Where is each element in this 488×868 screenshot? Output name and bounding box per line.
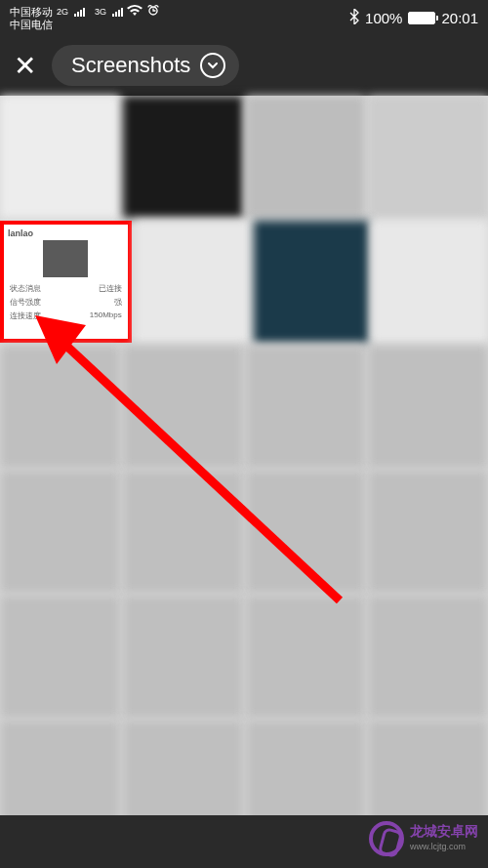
- gallery-thumb[interactable]: [246, 96, 366, 218]
- gallery-thumb[interactable]: [246, 346, 366, 468]
- status-bar: 中国移动 2G 3G 中国电信 100% 20:01: [0, 0, 488, 35]
- selected-info-row: 状态消息已连接: [10, 283, 122, 294]
- gallery-thumb[interactable]: [0, 346, 120, 468]
- network-2: 3G: [95, 6, 106, 18]
- gallery-thumb[interactable]: [372, 221, 488, 343]
- gallery-thumb[interactable]: [246, 471, 366, 593]
- gallery-row: lanlao 状态消息已连接 信号强度强 连接速度150Mbps: [0, 221, 488, 343]
- gallery-thumb[interactable]: [368, 596, 488, 718]
- bluetooth-icon: [349, 9, 359, 27]
- selected-info-row: 连接速度150Mbps: [10, 310, 122, 321]
- gallery-grid[interactable]: lanlao 状态消息已连接 信号强度强 连接速度150Mbps: [0, 96, 488, 821]
- signal-icon-1: [74, 8, 85, 17]
- wifi-icon: [127, 5, 142, 19]
- status-carriers: 中国移动 2G 3G 中国电信: [10, 5, 160, 30]
- network-1: 2G: [57, 6, 68, 18]
- gallery-thumb[interactable]: [368, 346, 488, 468]
- gallery-thumb[interactable]: [254, 221, 370, 343]
- watermark-url: www.lcjtg.com: [410, 839, 478, 854]
- gallery-row: [0, 471, 488, 593]
- selected-title: lanlao: [8, 228, 124, 238]
- carrier-2: 中国电信: [10, 19, 53, 30]
- gallery-thumb[interactable]: [135, 221, 251, 343]
- battery-percent: 100%: [365, 10, 402, 26]
- album-name: Screenshots: [71, 53, 190, 78]
- status-right: 100% 20:01: [349, 9, 478, 27]
- selected-preview: [43, 240, 88, 277]
- gallery-thumb[interactable]: [123, 96, 243, 218]
- gallery-row: [0, 96, 488, 218]
- carrier-1: 中国移动: [10, 6, 53, 18]
- gallery-thumb[interactable]: [123, 346, 243, 468]
- gallery-row: [0, 596, 488, 718]
- chevron-down-icon: [200, 53, 225, 78]
- gallery-thumb[interactable]: [368, 96, 488, 218]
- gallery-thumb[interactable]: [0, 596, 120, 718]
- signal-icon-2: [112, 8, 123, 17]
- watermark-logo-icon: [369, 821, 404, 856]
- gallery-thumb[interactable]: [123, 471, 243, 593]
- gallery-thumb[interactable]: [0, 96, 120, 218]
- watermark-brand: 龙城安卓网: [410, 823, 478, 839]
- gallery-thumb[interactable]: [368, 471, 488, 593]
- close-icon[interactable]: ✕: [14, 50, 36, 82]
- alarm-icon: [146, 5, 160, 19]
- selected-info-row: 信号强度强: [10, 297, 122, 308]
- header: ✕ Screenshots: [0, 35, 488, 96]
- gallery-thumb[interactable]: [0, 471, 120, 593]
- gallery-row: [0, 346, 488, 468]
- gallery-thumb[interactable]: [246, 596, 366, 718]
- gallery-thumb[interactable]: [123, 596, 243, 718]
- watermark: 龙城安卓网 www.lcjtg.com: [369, 821, 478, 856]
- clock: 20:01: [441, 10, 478, 26]
- album-selector[interactable]: Screenshots: [52, 45, 239, 86]
- battery-icon: [408, 12, 435, 24]
- gallery-thumb-selected[interactable]: lanlao 状态消息已连接 信号强度强 连接速度150Mbps: [0, 221, 132, 343]
